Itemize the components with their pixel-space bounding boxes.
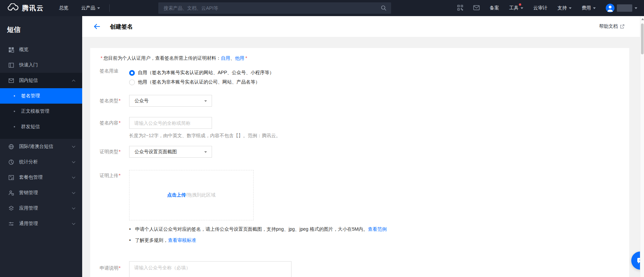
topbar-divider: [109, 4, 110, 12]
apply-note-row: 申请说明*: [100, 261, 629, 277]
sidebar-item-app-management[interactable]: 应用管理: [0, 201, 82, 216]
radio-selected-icon[interactable]: [129, 70, 135, 76]
sidebar-group-domestic-sms: 国内短信 签名管理 正文模板管理 群发短信: [0, 73, 82, 139]
signature-content-label: 签名内容*: [100, 117, 129, 139]
self-use-link[interactable]: 自用: [221, 55, 230, 61]
required-asterisk: *: [100, 55, 103, 61]
search-input[interactable]: [158, 5, 391, 11]
radio-other-use[interactable]: 他用（签名为非本账号实名认证的公司、网站、产品名等）: [129, 77, 274, 87]
chevron-down-icon: [72, 221, 75, 225]
help-doc-link[interactable]: 帮助文档: [599, 23, 625, 30]
review-standard-link[interactable]: 查看审核标准: [168, 237, 196, 243]
sidebar-item-common-management[interactable]: 通用管理: [0, 216, 82, 231]
chevron-down-icon: [204, 151, 207, 153]
bullet-dot: [14, 95, 15, 97]
globe-icon: [8, 144, 14, 150]
signature-content-row: 签名内容* 长度为2~12字，由中英文、数字组成，内容不包含【】。范例：腾讯云。: [100, 117, 629, 139]
vertical-scrollbar[interactable]: [640, 16, 644, 277]
content-area: *您目前为个人认证用户，查看签名所需上传的证明材料：自用、他用* 签名用途 自用…: [82, 37, 644, 277]
tencent-cloud-logo[interactable]: 腾讯云: [7, 3, 44, 13]
sidebar-item-overview[interactable]: 概览: [0, 42, 82, 57]
upload-click-link[interactable]: 点击上传: [167, 192, 186, 198]
chevron-down-icon: [569, 7, 572, 9]
billing-menu[interactable]: 费用: [582, 5, 596, 11]
radio-self-use[interactable]: 自用（签名为本账号实名认证的网站、APP、公众号、小程序等）: [129, 68, 274, 77]
top-nav: 总览 云产品: [59, 5, 100, 11]
envelope-icon: [8, 78, 14, 84]
global-search: [158, 2, 391, 14]
scroll-up-arrow[interactable]: [641, 18, 644, 20]
proof-type-label: 证明类型*: [100, 146, 129, 158]
signature-content-input[interactable]: [129, 117, 212, 129]
proof-upload-label: 证明上传*: [100, 170, 129, 246]
radio-unselected-icon[interactable]: [129, 79, 135, 85]
search-icon[interactable]: [381, 5, 387, 12]
qrcode-icon[interactable]: [457, 5, 463, 12]
proof-type-row: 证明类型* 公众号设置页面截图: [100, 146, 629, 158]
tools-menu[interactable]: 工具: [509, 5, 523, 11]
sidebar-title: 短信: [0, 16, 82, 42]
upload-dropzone[interactable]: 点击上传 /拖拽到此区域: [129, 170, 254, 220]
panel-icon: [8, 62, 14, 68]
scrollbar-thumb[interactable]: [641, 23, 644, 54]
sidebar-item-domestic-sms[interactable]: 国内短信: [0, 73, 82, 88]
nav-cloud-products[interactable]: 云产品: [81, 5, 100, 11]
chevron-down-icon: [72, 206, 75, 209]
back-button[interactable]: [93, 23, 101, 30]
nav-overview[interactable]: 总览: [59, 5, 68, 11]
other-use-link[interactable]: 他用: [235, 55, 244, 61]
chevron-down-icon: [204, 100, 207, 102]
signature-type-row: 签名类型* 公众号: [100, 95, 629, 107]
support-menu[interactable]: 支持: [557, 5, 572, 11]
sidebar: 短信 概览 快速入门 国内短信 签名管理 正文模板管理: [0, 16, 82, 277]
signature-usage-row: 签名用途 自用（签名为本账号实名认证的网站、APP、公众号、小程序等） 他用（签…: [100, 68, 629, 87]
page-title: 创建签名: [110, 23, 133, 31]
account-menu[interactable]: [606, 4, 637, 12]
cloud-logo-icon: [7, 3, 19, 13]
user-icon: [8, 190, 14, 196]
sidebar-item-body-template-management[interactable]: 正文模板管理: [0, 104, 82, 119]
account-name-redacted: [617, 4, 632, 12]
bullet-dot: [14, 111, 15, 112]
layers-icon: [8, 206, 14, 211]
grid-icon: [8, 47, 14, 53]
sidebar-item-marketing-management[interactable]: 营销管理: [0, 185, 82, 201]
apply-note-textarea[interactable]: [129, 261, 291, 277]
sliders-icon: [8, 221, 14, 227]
signature-type-select[interactable]: 公众号: [129, 95, 212, 107]
pie-chart-icon: [8, 159, 14, 165]
bullet-dot: [14, 126, 15, 127]
page-header: 创建签名 帮助文档: [82, 16, 644, 37]
chevron-up-icon: [72, 79, 75, 83]
chevron-down-icon: [521, 7, 523, 9]
proof-type-select[interactable]: 公众号设置页面截图: [129, 146, 212, 158]
chevron-down-icon: [97, 7, 100, 9]
create-signature-card: *您目前为个人认证用户，查看签名所需上传的证明材料：自用、他用* 签名用途 自用…: [90, 48, 629, 277]
signature-content-helper: 长度为2~12字，由中英文、数字组成，内容不包含【】。范例：腾讯云。: [129, 133, 281, 139]
notification-dot: [519, 3, 521, 6]
avatar[interactable]: [606, 4, 614, 12]
required-asterisk: *: [244, 55, 248, 61]
view-example-link[interactable]: 查看范例: [368, 226, 387, 232]
chevron-down-icon: [72, 175, 75, 178]
main-area: 创建签名 帮助文档 *您目前为个人认证用户，查看签名所需上传的证明材料：自用、他…: [82, 16, 644, 277]
message-icon[interactable]: [473, 5, 480, 11]
sidebar-item-bulk-sms[interactable]: 群发短信: [0, 119, 82, 134]
chevron-down-icon: [635, 7, 637, 9]
upload-tip-1: 申请个人认证公众号对应的签名，请上传公众号设置页面截图，支持png、jpg、jp…: [129, 224, 387, 235]
sidebar-item-international-sms[interactable]: 国际/港澳台短信: [0, 139, 82, 154]
chevron-down-icon: [593, 7, 596, 9]
external-link-icon: [620, 24, 625, 29]
topbar: 腾讯云 总览 云产品 备案: [0, 0, 644, 16]
apply-note-label: 申请说明*: [100, 261, 129, 277]
upload-tips: 申请个人认证公众号对应的签名，请上传公众号设置页面截图，支持png、jpg、jp…: [129, 224, 387, 246]
chevron-down-icon: [72, 160, 75, 163]
sidebar-item-package-management[interactable]: 套餐包管理: [0, 170, 82, 185]
sidebar-item-quickstart[interactable]: 快速入门: [0, 57, 82, 73]
cloud-audit-link[interactable]: 云审计: [533, 5, 547, 11]
sidebar-item-signature-management[interactable]: 签名管理: [0, 88, 82, 104]
certification-notice: *您目前为个人认证用户，查看签名所需上传的证明材料：自用、他用*: [100, 55, 629, 61]
package-icon: [8, 175, 14, 180]
beian-link[interactable]: 备案: [490, 5, 499, 11]
sidebar-item-statistics[interactable]: 统计分析: [0, 154, 82, 170]
